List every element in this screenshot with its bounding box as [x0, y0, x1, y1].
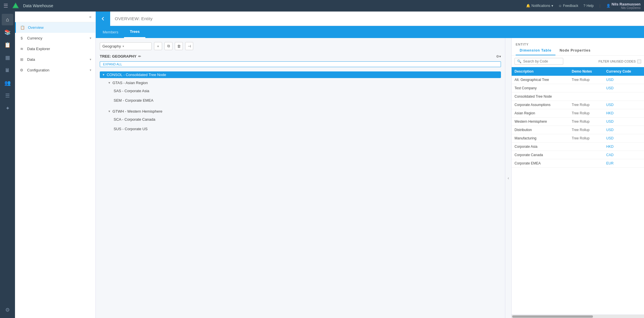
tree-section: Geography ▾ + ⧉ 🗑 ⊣ TREE: GEOGRAPHY ✏ ⚙▾ [96, 38, 505, 318]
cell-currency-code: USD [603, 134, 644, 143]
horizontal-scrollbar[interactable] [512, 315, 644, 318]
table-row[interactable]: DistributionTree RollupUSD [512, 126, 644, 134]
tree-node-label-consol[interactable]: ▼ CONSOL - Consolidated Tree Node [100, 71, 501, 78]
table-row[interactable]: Western HemisphereTree RollupUSD [512, 118, 644, 126]
tree-toolbar: Geography ▾ + ⧉ 🗑 ⊣ [100, 42, 501, 50]
sidebar-icon-grid[interactable]: ▦ [2, 52, 13, 63]
table-row[interactable]: Asian RegionTree RollupHKD [512, 109, 644, 118]
main-layout: ⌂ 📚 📋 ▦ 🖩 👥 ☰ ✦ ⚙ « 📋 Overview $ Currenc… [0, 12, 644, 318]
tree-import-btn[interactable]: ⊣ [185, 42, 193, 50]
right-panel-body: 🔍 FILTER UNUSED CODES [512, 56, 644, 318]
table-row[interactable]: Consolidated Tree Node [512, 92, 644, 101]
overview-header: OVERVIEW: Entity [96, 12, 644, 26]
panel-collapse-btn[interactable]: ‹ [505, 38, 511, 318]
sidebar-item-data-explorer[interactable]: ≋ Data Explorer [15, 43, 95, 54]
currency-icon: $ [19, 36, 24, 40]
tab-trees[interactable]: Trees [124, 26, 145, 38]
tree-nodes: ▼ CONSOL - Consolidated Tree Node ▼ GTAS… [100, 70, 501, 314]
sidebar-icon-tools[interactable]: ✦ [2, 103, 13, 114]
cell-currency-code: HKD [603, 143, 644, 151]
configuration-chevron: ▾ [90, 68, 91, 72]
tree-delete-btn[interactable]: 🗑 [175, 42, 183, 50]
tree-node-label-sca[interactable]: SCA - Corporate Canada [111, 116, 501, 123]
tree-title-row: TREE: GEOGRAPHY ✏ ⚙▾ [100, 54, 501, 58]
notifications-btn[interactable]: 🔔 Notifications ▾ [526, 4, 553, 8]
search-input[interactable] [523, 59, 561, 63]
icon-sidebar: ⌂ 📚 📋 ▦ 🖩 👥 ☰ ✦ ⚙ [0, 12, 15, 318]
content-area: OVERVIEW: Entity Members Trees Geography… [96, 12, 644, 318]
search-filter-row: 🔍 FILTER UNUSED CODES [512, 58, 644, 67]
filter-unused-label: FILTER UNUSED CODES [598, 60, 636, 63]
tree-node-label-gtas[interactable]: ▼ GTAS - Asian Region [106, 80, 501, 86]
cell-description: Manufacturing [512, 134, 569, 143]
search-input-wrap[interactable]: 🔍 [515, 58, 563, 65]
tree-node-consol: ▼ CONSOL - Consolidated Tree Node ▼ GTAS… [100, 70, 501, 137]
sidebar-icon-calc[interactable]: 🖩 [2, 65, 13, 76]
tree-node-label-sas[interactable]: SAS - Corporate Asia [111, 88, 501, 94]
tab-dimension-table[interactable]: Dimension Table [516, 46, 555, 55]
sidebar-collapse-btn[interactable]: « [89, 14, 91, 19]
scrollbar-thumb[interactable] [512, 315, 593, 318]
tree-node-label-sus[interactable]: SUS - Corporate US [111, 126, 501, 132]
tree-copy-btn[interactable]: ⧉ [164, 42, 172, 50]
filter-unused-checkbox[interactable] [637, 60, 641, 63]
col-currency-code: Currency Code [603, 67, 644, 76]
cell-demo-notes: Tree Rollup [569, 101, 604, 109]
sidebar-item-currency[interactable]: $ Currency ▾ [15, 33, 95, 43]
table-row[interactable]: Corporate AssumptionsTree RollupUSD [512, 101, 644, 109]
expand-all-button[interactable]: EXPAND ALL [100, 61, 501, 67]
table-row[interactable]: Test CompanyUSD [512, 84, 644, 92]
table-row[interactable]: Corporate CanadaCAD [512, 151, 644, 159]
left-sidebar: « 📋 Overview $ Currency ▾ ≋ Data Explore… [15, 12, 96, 318]
cell-currency-code: CAD [603, 151, 644, 159]
tree-add-btn[interactable]: + [154, 42, 162, 50]
cell-description: Test Company [512, 84, 569, 92]
sidebar-icon-settings[interactable]: ⚙ [2, 304, 13, 316]
cell-currency-code: USD [603, 126, 644, 134]
consol-chevron-icon: ▼ [102, 73, 105, 76]
currency-chevron: ▾ [90, 36, 91, 40]
tree-gear-button[interactable]: ⚙▾ [496, 54, 501, 58]
tree-node-label-gtwh[interactable]: ▼ GTWH - Western Hemisphere [106, 108, 501, 115]
hamburger-icon[interactable]: ☰ [3, 3, 8, 9]
tree-select-dropdown[interactable]: Geography ▾ [100, 42, 152, 50]
sidebar-item-data[interactable]: ⊞ Data ▾ [15, 54, 95, 65]
cell-currency-code: EUR [603, 159, 644, 168]
sidebar-icon-books[interactable]: 📚 [2, 26, 13, 38]
tree-edit-icon[interactable]: ✏ [138, 54, 141, 58]
cell-currency-code: USD [603, 118, 644, 126]
cell-description: Corporate EMEA [512, 159, 569, 168]
cell-currency-code: HKD [603, 109, 644, 118]
cell-currency-code: USD [603, 101, 644, 109]
topnav-right: 🔔 Notifications ▾ ☺ Feedback ? Help | 👤 … [526, 2, 641, 10]
sidebar-item-configuration[interactable]: ⚙ Configuration ▾ [15, 65, 95, 75]
table-row[interactable]: Corporate AsiaHKD [512, 143, 644, 151]
tab-members[interactable]: Members [97, 26, 124, 38]
feedback-btn[interactable]: ☺ Feedback [558, 4, 578, 8]
col-description: Description [512, 67, 569, 76]
user-menu[interactable]: 👤 Nils Rasmussen Nils CorpDemo [606, 2, 641, 10]
sidebar-icon-users[interactable]: 👥 [2, 77, 13, 89]
data-explorer-icon: ≋ [19, 47, 24, 51]
cell-currency-code [603, 92, 644, 101]
back-button[interactable] [96, 12, 110, 26]
data-icon: ⊞ [19, 57, 24, 62]
cell-description: Distribution [512, 126, 569, 134]
table-row[interactable]: Corporate EMEAEUR [512, 159, 644, 168]
help-btn[interactable]: ? Help [583, 4, 594, 8]
cell-demo-notes: Tree Rollup [569, 126, 604, 134]
tab-node-properties[interactable]: Node Properties [555, 46, 595, 55]
table-row[interactable]: ManufacturingTree RollupUSD [512, 134, 644, 143]
table-row[interactable]: Alt. Geographical TreeTree RollupUSD [512, 76, 644, 84]
tree-node-sas: SAS - Corporate Asia [111, 86, 501, 96]
cell-demo-notes [569, 143, 604, 151]
sidebar-icon-home[interactable]: ⌂ [2, 14, 13, 25]
tree-node-label-sem[interactable]: SEM - Corporate EMEA [111, 97, 501, 104]
sidebar-item-overview[interactable]: 📋 Overview [15, 22, 95, 33]
tree-title: TREE: GEOGRAPHY ✏ [100, 54, 141, 58]
topnav: ☰ Data Warehouse 🔔 Notifications ▾ ☺ Fee… [0, 0, 644, 12]
main-content: Geography ▾ + ⧉ 🗑 ⊣ TREE: GEOGRAPHY ✏ ⚙▾ [96, 38, 644, 318]
cell-demo-notes: Tree Rollup [569, 76, 604, 84]
sidebar-icon-clipboard[interactable]: 📋 [2, 39, 13, 51]
sidebar-icon-list[interactable]: ☰ [2, 90, 13, 101]
